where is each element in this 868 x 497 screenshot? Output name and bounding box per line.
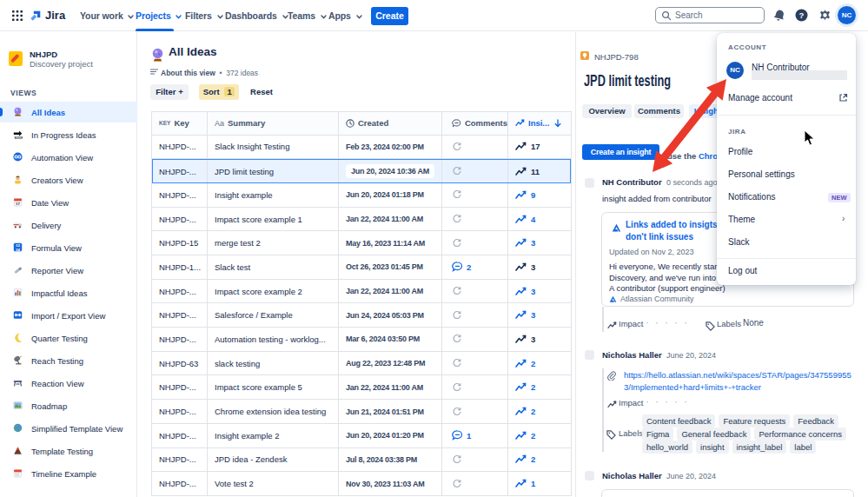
svg-text:?: ? bbox=[799, 10, 805, 20]
svg-text:17: 17 bbox=[16, 202, 20, 206]
svg-text:34: 34 bbox=[16, 248, 20, 252]
svg-text:SOON: SOON bbox=[15, 136, 23, 139]
